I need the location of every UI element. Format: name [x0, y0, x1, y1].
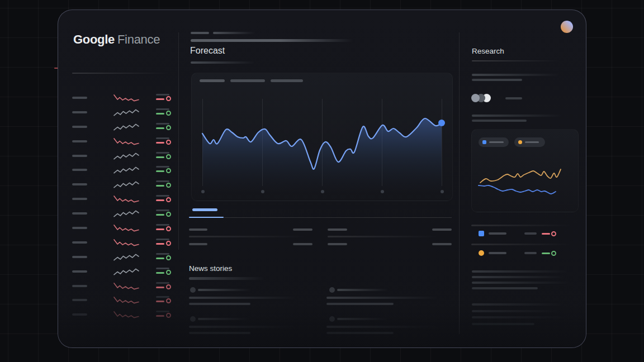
research-list-row[interactable] [471, 247, 579, 259]
ticker-label-skeleton [72, 183, 87, 185]
change-bar [542, 253, 550, 254]
change-bar [156, 214, 164, 216]
list-divider-skeleton [471, 244, 572, 245]
price-skeleton [156, 209, 169, 211]
change-bar [156, 170, 164, 172]
text-skeleton [472, 79, 522, 81]
watchlist-row[interactable] [58, 264, 179, 279]
brand-primary: Google [73, 32, 115, 46]
change-indicator-dot [166, 197, 171, 202]
watchlist-row[interactable] [58, 134, 179, 149]
change-indicator-dot [551, 231, 556, 236]
watchlist-row[interactable] [58, 235, 179, 250]
news-item[interactable] [189, 286, 307, 308]
price-skeleton [156, 152, 169, 154]
price-skeleton [156, 180, 169, 182]
forecast-card [191, 73, 453, 201]
change-bar [156, 272, 164, 274]
ticker-label-skeleton [72, 313, 87, 316]
user-avatar[interactable] [561, 21, 573, 33]
watchlist-row[interactable] [58, 120, 179, 134]
watchlist-row[interactable] [58, 221, 179, 235]
news-headline-skeleton [326, 297, 438, 299]
change-bar [156, 301, 164, 302]
sparkline [113, 309, 139, 320]
change-indicator-dot [166, 298, 171, 303]
news-item[interactable] [189, 315, 307, 337]
watchlist-row[interactable] [58, 177, 179, 192]
news-source-skeleton [337, 318, 389, 320]
breadcrumb-skeleton [191, 32, 209, 34]
sparkline [113, 164, 139, 175]
news-item[interactable] [326, 286, 445, 308]
stat-value-skeleton [293, 243, 312, 245]
paragraph-skeleton [472, 287, 538, 289]
news-filter-skeleton [189, 277, 264, 280]
news-headline-skeleton [189, 303, 250, 305]
stat-label-skeleton [328, 228, 347, 231]
series-blue [479, 185, 556, 194]
paragraph-skeleton [472, 276, 565, 278]
watchlist-row[interactable] [58, 307, 179, 322]
change-bar [156, 127, 164, 129]
price-skeleton [156, 137, 169, 139]
ticker-label-skeleton [72, 155, 87, 157]
change-indicator-dot [166, 125, 171, 130]
price-skeleton [156, 282, 169, 284]
value-skeleton [524, 232, 537, 235]
research-list-row[interactable] [471, 228, 579, 239]
watchlist-row[interactable] [58, 279, 179, 293]
ticker-label-skeleton [72, 285, 87, 287]
active-tab-skeleton[interactable] [192, 208, 217, 211]
price-skeleton [156, 166, 169, 168]
watchlist [58, 90, 179, 322]
change-bar [542, 233, 550, 235]
sparkline [113, 266, 139, 277]
watchlist-row[interactable] [58, 250, 179, 264]
news-source-icon [329, 316, 335, 322]
forecast-chart [192, 90, 452, 201]
watchlist-row[interactable] [58, 163, 179, 177]
change-indicator-dot [166, 313, 171, 318]
watchlist-row[interactable] [58, 206, 179, 221]
ticker-label-skeleton [72, 126, 87, 128]
watchlist-row[interactable] [58, 90, 179, 105]
research-divider [472, 60, 560, 61]
change-bar [156, 258, 164, 259]
forecast-area-fill [202, 118, 442, 194]
price-skeleton [156, 268, 169, 269]
list-divider-skeleton [471, 225, 572, 226]
stat-row-skeleton [328, 236, 438, 237]
watchlist-row[interactable] [58, 293, 179, 307]
series-orange [480, 169, 561, 183]
paragraph-skeleton [472, 316, 567, 318]
range-tab-skeleton[interactable] [230, 79, 265, 82]
ticker-label-skeleton [72, 111, 87, 113]
sparkline [113, 280, 139, 292]
sparkline [113, 237, 139, 248]
news-source-skeleton [198, 318, 251, 320]
forecast-title: Forecast [190, 46, 225, 56]
stat-label-skeleton [189, 243, 207, 245]
news-item[interactable] [326, 315, 445, 337]
price-skeleton [156, 311, 169, 312]
watchlist-row[interactable] [58, 105, 179, 120]
change-bar [156, 98, 164, 100]
divider-main-research [459, 32, 460, 334]
sparkline [113, 150, 139, 161]
chart-endpoint-marker [438, 120, 445, 126]
label-skeleton [489, 252, 506, 254]
sparkline [113, 193, 139, 204]
research-comparison-chart [472, 130, 578, 212]
text-skeleton [472, 120, 527, 122]
label-skeleton [489, 232, 506, 235]
change-indicator-dot [166, 140, 171, 145]
watchlist-row[interactable] [58, 192, 179, 206]
watchlist-row[interactable] [58, 149, 179, 163]
range-tab-skeleton[interactable] [200, 79, 225, 82]
sparkline [113, 107, 139, 118]
stat-value-skeleton [293, 228, 312, 231]
range-tab-skeleton[interactable] [271, 79, 303, 82]
sparkline [113, 294, 139, 306]
paragraph-skeleton [472, 310, 560, 312]
